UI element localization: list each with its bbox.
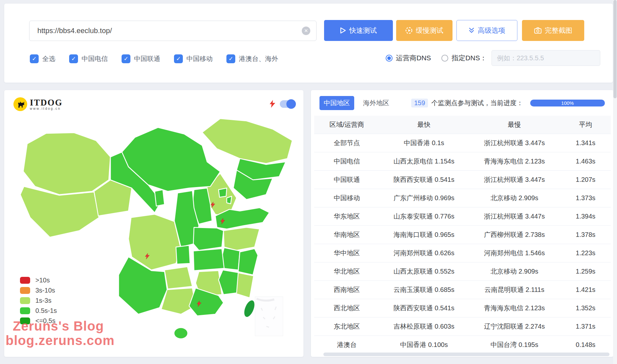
quick-test-button[interactable]: 快速测试 bbox=[324, 20, 393, 41]
checkmark-icon: ✓ bbox=[122, 54, 130, 63]
map-province[interactable] bbox=[222, 248, 240, 270]
checkbox-china-unicom[interactable]: ✓ 中国联通 bbox=[122, 54, 160, 63]
table-row[interactable]: 中国联通陕西西安联通 0.541s浙江杭州联通 3.447s1.207s bbox=[314, 170, 611, 189]
checkbox-select-all[interactable]: ✓ 全选 bbox=[30, 54, 55, 63]
table-cell: 西北地区 bbox=[314, 299, 379, 317]
table-cell: 1.371s bbox=[560, 317, 611, 335]
slow-play-icon bbox=[405, 27, 413, 34]
table-cell: 辽宁沈阳联通 2.274s bbox=[469, 317, 561, 335]
checkmark-icon: ✓ bbox=[69, 54, 78, 63]
page-scrollbar[interactable] bbox=[613, 0, 617, 364]
custom-dns-input[interactable]: 例如：223.5.5.5 bbox=[492, 50, 600, 66]
checkbox-label: 中国移动 bbox=[186, 54, 213, 63]
table-row[interactable]: 全部节点中国香港 0.1s浙江杭州联通 3.447s1.341s bbox=[314, 134, 611, 152]
map-province[interactable] bbox=[238, 249, 258, 275]
table-cell: 中国台湾 0.195s bbox=[469, 335, 561, 354]
table-cell: 山西太原电信 1.154s bbox=[379, 152, 469, 170]
table-cell: 全部节点 bbox=[314, 134, 379, 152]
table-cell: 北京移动 2.909s bbox=[469, 262, 561, 280]
table-cell: 青海海东电信 2.123s bbox=[469, 299, 561, 317]
table-row[interactable]: 港澳台中国香港 0.100s中国台湾 0.195s0.148s bbox=[314, 335, 611, 354]
table-cell: 浙江杭州联通 3.447s bbox=[469, 134, 561, 152]
map-province[interactable] bbox=[193, 227, 223, 250]
table-cell: 1.207s bbox=[560, 170, 611, 189]
map-province[interactable] bbox=[155, 190, 164, 206]
checkbox-china-mobile[interactable]: ✓ 中国移动 bbox=[174, 54, 213, 63]
table-cell: 浙江杭州联通 3.447s bbox=[469, 170, 561, 189]
tab-overseas-region[interactable]: 海外地区 bbox=[359, 96, 394, 110]
results-card: 中国地区 海外地区 159 个监测点参与测试，当前进度： 100% 区域/运营商… bbox=[311, 90, 614, 357]
legend-item: 1s-3s bbox=[20, 297, 57, 304]
table-cell: 1.421s bbox=[560, 280, 611, 299]
full-screenshot-button[interactable]: 完整截图 bbox=[522, 20, 584, 41]
scrollbar-thumb[interactable] bbox=[613, 0, 617, 98]
table-cell: 河南郑州联通 0.626s bbox=[379, 244, 469, 262]
table-row[interactable]: 中国移动广东广州移动 0.969s北京移动 2.909s1.373s bbox=[314, 189, 611, 207]
legend-swatch bbox=[20, 287, 30, 294]
table-cell: 中国香港 0.1s bbox=[379, 134, 469, 152]
checkmark-icon: ✓ bbox=[174, 54, 183, 63]
table-row[interactable]: 东北地区吉林松原联通 0.603s辽宁沈阳联通 2.274s1.371s bbox=[314, 317, 611, 335]
table-row[interactable]: 中国电信山西太原电信 1.154s青海海东电信 2.123s1.463s bbox=[314, 152, 611, 170]
table-cell: 港澳台 bbox=[314, 335, 379, 354]
table-header-cell: 最快 bbox=[379, 116, 469, 134]
radio-label: 运营商DNS bbox=[396, 53, 431, 63]
slow-test-button[interactable]: 缓慢测试 bbox=[396, 20, 453, 41]
horizontal-scrollbar[interactable] bbox=[323, 353, 609, 356]
slow-test-label: 缓慢测试 bbox=[416, 26, 443, 35]
table-row[interactable]: 华中地区河南郑州联通 0.626s河南郑州电信 1.546s1.223s bbox=[314, 244, 611, 262]
radio-selected-icon bbox=[386, 55, 393, 62]
results-header: 中国地区 海外地区 159 个监测点参与测试，当前进度： 100% bbox=[311, 90, 613, 116]
checkmark-icon: ✓ bbox=[226, 54, 235, 63]
url-input[interactable]: https://bbs4.eeclub.top/ ✕ bbox=[29, 21, 317, 41]
table-cell: 华北地区 bbox=[314, 262, 379, 280]
table-cell: 陕西西安联通 0.541s bbox=[379, 299, 469, 317]
table-cell: 东北地区 bbox=[314, 317, 379, 335]
advanced-options-button[interactable]: 高级选项 bbox=[456, 20, 517, 41]
radio-custom-dns[interactable]: 指定DNS： bbox=[441, 53, 487, 63]
table-cell: 云南昆明联通 2.111s bbox=[469, 280, 561, 299]
table-header-cell: 区域/运营商 bbox=[314, 116, 379, 134]
table-cell: 广西柳州联通 2.738s bbox=[469, 225, 561, 244]
table-row[interactable]: 华南地区海南海口联通 0.965s广西柳州联通 2.738s1.378s bbox=[314, 225, 611, 244]
map-province[interactable] bbox=[236, 273, 254, 298]
map-province[interactable] bbox=[174, 328, 188, 339]
advanced-options-label: 高级选项 bbox=[478, 26, 505, 35]
checkbox-overseas[interactable]: ✓ 港澳台、海外 bbox=[226, 54, 278, 63]
table-row[interactable]: 华东地区山东泰安联通 0.776s浙江杭州联通 3.447s1.394s bbox=[314, 207, 611, 225]
checkbox-label: 中国联通 bbox=[134, 54, 160, 63]
table-cell: 中国香港 0.100s bbox=[379, 335, 469, 354]
table-cell: 1.341s bbox=[560, 134, 611, 152]
table-row[interactable]: 华北地区山西太原联通 0.552s北京移动 2.909s1.259s bbox=[314, 262, 611, 280]
map-province[interactable] bbox=[219, 188, 227, 197]
radio-carrier-dns[interactable]: 运营商DNS bbox=[386, 53, 431, 63]
map-card: ITDOG www.itdog.cn bbox=[4, 90, 304, 357]
table-cell: 1.463s bbox=[560, 152, 611, 170]
map-province[interactable] bbox=[176, 245, 190, 264]
map-province[interactable] bbox=[164, 267, 192, 289]
table-cell: 中国移动 bbox=[314, 189, 379, 207]
speed-marker-toggle[interactable] bbox=[280, 100, 295, 108]
progress-bar: 100% bbox=[530, 100, 605, 106]
table-row[interactable]: 西北地区陕西西安联通 0.541s青海海东电信 2.123s1.352s bbox=[314, 299, 611, 317]
table-header-row: 区域/运营商最快最慢平均 bbox=[314, 116, 611, 134]
legend-swatch bbox=[20, 307, 30, 314]
map-province[interactable] bbox=[223, 227, 260, 250]
table-cell: 华东地区 bbox=[314, 207, 379, 225]
map-province[interactable] bbox=[227, 196, 232, 204]
camera-icon bbox=[534, 27, 542, 34]
table-cell: 1.223s bbox=[560, 244, 611, 262]
tab-china-region[interactable]: 中国地区 bbox=[319, 96, 354, 110]
table-cell: 海南海口联通 0.965s bbox=[379, 225, 469, 244]
isp-checkbox-row: ✓ 全选 ✓ 中国电信 ✓ 中国联通 ✓ 中国移动 ✓ 港澳台、海外 bbox=[30, 51, 278, 66]
map-province[interactable] bbox=[202, 119, 292, 163]
map-province[interactable] bbox=[23, 133, 110, 195]
checkbox-label: 全选 bbox=[42, 54, 55, 63]
checkbox-china-telecom[interactable]: ✓ 中国电信 bbox=[69, 54, 108, 63]
map-province[interactable] bbox=[193, 249, 224, 271]
table-cell: 青海海东电信 2.123s bbox=[469, 152, 561, 170]
table-cell: 陕西西安联通 0.541s bbox=[379, 170, 469, 189]
table-row[interactable]: 西南地区云南玉溪联通 0.685s云南昆明联通 2.111s1.421s bbox=[314, 280, 611, 299]
clear-icon[interactable]: ✕ bbox=[302, 27, 310, 35]
table-cell: 0.148s bbox=[560, 335, 611, 354]
